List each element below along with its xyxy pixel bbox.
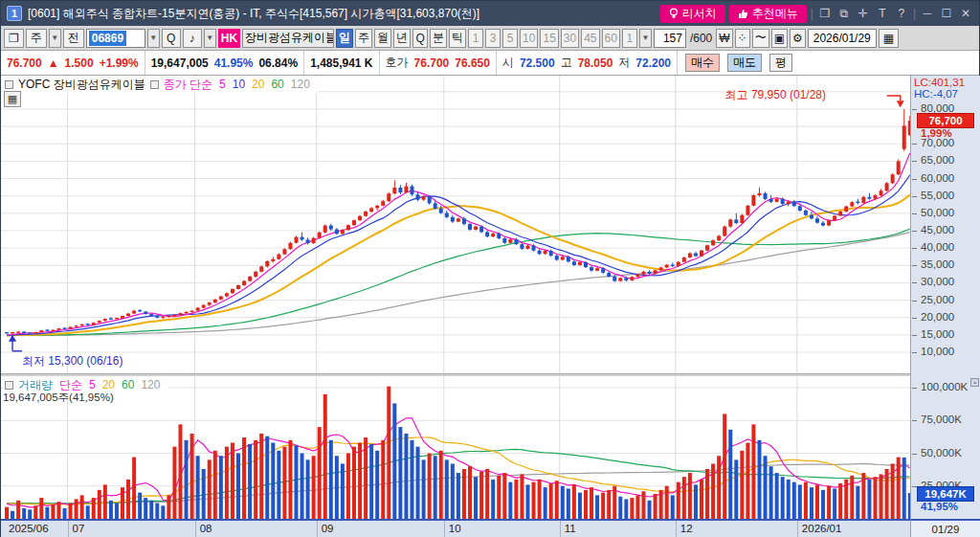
price-tick-60,000: 60,000 xyxy=(911,172,980,184)
popout-icon[interactable]: ❐ xyxy=(817,7,833,20)
x-axis-separator xyxy=(797,521,798,537)
sound-dropdown-icon[interactable]: ▼ xyxy=(204,29,216,48)
date-input[interactable]: 2026/01/29 xyxy=(808,29,877,48)
period-button-일[interactable]: 일 xyxy=(336,29,353,48)
high-annotation: 최고 79,950 (01/28) xyxy=(725,87,826,103)
x-tick-11: 11 xyxy=(565,523,576,534)
minute-button-5-2[interactable]: 5 xyxy=(502,29,518,48)
calendar-icon[interactable]: ▦ xyxy=(879,29,899,48)
x-axis: 2025/060708091011122026/01 xyxy=(1,519,910,537)
high-price: 78.050 xyxy=(578,56,613,70)
bar-count-input[interactable]: 157 xyxy=(654,29,686,48)
open-price: 72.500 xyxy=(520,56,555,70)
hc-value: HC:-4,07 xyxy=(914,88,958,100)
screen-switch-button[interactable]: ❐ xyxy=(4,29,24,48)
x-tick-10: 10 xyxy=(449,523,461,534)
x-tick-12: 12 xyxy=(680,523,693,534)
code-dropdown-icon[interactable]: ▼ xyxy=(147,29,160,48)
window-number-badge: 1 xyxy=(7,6,22,21)
price-ma-label: 종가 단순 xyxy=(164,78,212,91)
volume-tick-75,000K: 75,000K xyxy=(911,414,980,425)
search-icon[interactable]: Q xyxy=(162,29,181,48)
price-tick-15,000: 15,000 xyxy=(911,328,980,340)
x-axis-end-label: 01/29 xyxy=(910,519,980,537)
minute-button-1-0[interactable]: 1 xyxy=(468,29,483,48)
avg-button[interactable]: 평 xyxy=(769,54,792,72)
price-tick-30,000: 30,000 xyxy=(911,276,980,287)
x-axis-separator xyxy=(560,521,561,537)
x-axis-separator xyxy=(444,521,445,537)
period-button-주[interactable]: 주 xyxy=(355,29,372,48)
legend-collapse-icon[interactable] xyxy=(5,80,13,89)
titlebar-separator: | xyxy=(913,7,916,20)
period-button-틱[interactable]: 틱 xyxy=(449,29,466,48)
stock-title: YOFC 장비광섬유케이블 xyxy=(18,77,145,93)
period-button-월[interactable]: 월 xyxy=(374,29,391,48)
period-button-group: 일주월년Q분틱 xyxy=(336,29,466,48)
price-tick-35,000: 35,000 xyxy=(911,258,980,270)
tool-icon-group: ₩⁘〜▣⚙ xyxy=(716,29,806,48)
recommend-menu-button[interactable]: 추천메뉴 xyxy=(729,5,807,23)
bar-total-label: /600 xyxy=(688,32,714,45)
stock-code-input[interactable]: 06869 xyxy=(86,29,145,48)
copy-window-icon[interactable]: ⧉ xyxy=(836,7,852,20)
view-type-dropdown-icon[interactable]: ▼ xyxy=(49,29,61,48)
y-axis-panel[interactable]: LC:401,31 HC:-4,07 ▪ 1,99% 41,95% 80,000… xyxy=(910,76,980,519)
high-label: 고 xyxy=(561,55,572,71)
minute-dropdown-icon[interactable]: ▼ xyxy=(639,29,652,48)
plot-area[interactable]: YOFC 장비광섬유케이블 종가 단순5102060120 ▦ 최고 79,95… xyxy=(1,76,910,519)
grid-tool-icon[interactable]: ▦ xyxy=(4,91,21,107)
x-axis-separator xyxy=(676,521,677,537)
minute-button-60-7[interactable]: 60 xyxy=(602,29,620,48)
low-price: 72.200 xyxy=(635,56,671,70)
price-tick-25,000: 25,000 xyxy=(911,294,980,305)
prev-stock-button[interactable]: 전 xyxy=(63,29,84,48)
x-tick-08: 08 xyxy=(200,523,212,534)
period-button-분[interactable]: 분 xyxy=(430,29,447,48)
legend-collapse-icon[interactable] xyxy=(150,80,159,89)
view-type-combo[interactable]: 주 xyxy=(26,29,47,48)
minimize-icon[interactable]: ─ xyxy=(920,7,935,20)
volume-pane[interactable] xyxy=(1,376,910,519)
price-tick-45,000: 45,000 xyxy=(911,224,980,235)
buy-button[interactable]: 매수 xyxy=(685,54,720,72)
trade-amount: 1,485,941 K xyxy=(310,56,372,70)
help-icon[interactable]: ? xyxy=(894,7,909,20)
gear-icon[interactable]: ⚙ xyxy=(790,29,806,48)
period-button-Q[interactable]: Q xyxy=(412,29,428,48)
window-title: [0601] 해외주식 종합차트-15분지연(홍콩) - IT, 주식수[415… xyxy=(28,6,479,22)
low-annotation: 최저 15,300 (06/16) xyxy=(22,353,122,369)
volume-tick-50,000K: 50,000K xyxy=(911,447,980,459)
period-button-년[interactable]: 년 xyxy=(393,29,411,48)
research-button[interactable]: 리서치 xyxy=(660,5,725,23)
minute-button-15-4[interactable]: 15 xyxy=(540,29,558,48)
hoga-label: 호가 xyxy=(386,55,409,71)
font-icon[interactable]: T xyxy=(875,7,890,20)
sound-icon[interactable]: ♪ xyxy=(183,29,202,48)
bulb-icon xyxy=(669,8,679,19)
minute-button-30-5[interactable]: 30 xyxy=(561,29,579,48)
won-icon[interactable]: ₩ xyxy=(716,29,732,48)
minute-button-45-6[interactable]: 45 xyxy=(581,29,599,48)
minute-button-1-8[interactable]: 1 xyxy=(622,29,637,48)
legend-collapse-icon[interactable] xyxy=(5,381,13,390)
x-tick-2025/06: 2025/06 xyxy=(9,523,49,534)
current-price: 76.700 xyxy=(7,56,42,70)
minute-button-10-3[interactable]: 10 xyxy=(520,29,538,48)
price-tick-65,000: 65,000 xyxy=(911,154,980,166)
dots-icon[interactable]: ⁘ xyxy=(735,29,750,48)
price-ma-period-5: 5 xyxy=(219,78,226,91)
price-ma-period-20: 20 xyxy=(252,78,264,91)
close-icon[interactable]: ✕ xyxy=(958,7,973,20)
price-pane[interactable] xyxy=(1,76,910,373)
price-ma-period-60: 60 xyxy=(271,78,283,91)
sell-button[interactable]: 매도 xyxy=(727,54,762,72)
save-icon[interactable]: ▣ xyxy=(771,29,788,48)
maximize-icon[interactable]: ☐ xyxy=(939,7,954,20)
minute-button-3-1[interactable]: 3 xyxy=(485,29,501,48)
zigzag-icon[interactable]: 〜 xyxy=(752,29,769,48)
volume-ma-period-5: 5 xyxy=(89,378,96,392)
bid-price: 76.650 xyxy=(455,56,490,70)
pin-icon[interactable]: ✛ xyxy=(856,7,871,20)
x-tick-09: 09 xyxy=(322,523,334,534)
